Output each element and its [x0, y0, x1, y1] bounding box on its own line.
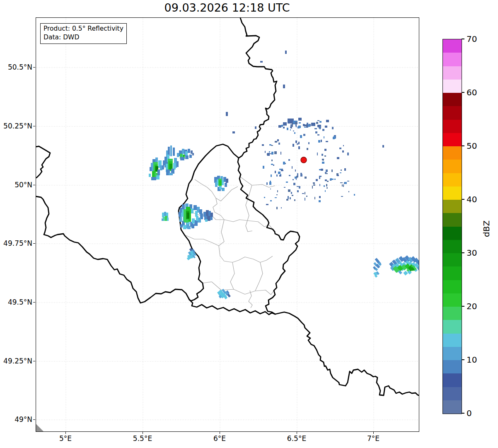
- colorbar-band: [443, 93, 462, 106]
- colorbar-band: [443, 307, 462, 320]
- radar-echo-cell: [278, 125, 281, 128]
- y-tick-mark: [33, 126, 35, 126]
- colorbar-tick-mark: [462, 39, 464, 39]
- clutter-speckle: [264, 197, 265, 198]
- clutter-speckle: [274, 151, 277, 154]
- colorbar-band: [443, 120, 462, 133]
- clutter-speckle: [300, 135, 302, 138]
- clutter-speckle: [292, 124, 293, 127]
- radar-figure: 09.03.2026 12:18 UTC Product: 0.5° Refle…: [0, 0, 498, 448]
- colorbar-tick-mark: [462, 359, 464, 360]
- clutter-speckle: [286, 182, 288, 183]
- clutter-speckle: [316, 179, 318, 181]
- clutter-speckle: [271, 152, 273, 155]
- clutter-speckle: [277, 139, 279, 141]
- clutter-speckle: [283, 162, 285, 165]
- colorbar-band: [443, 334, 462, 347]
- colorbar-band: [443, 347, 462, 360]
- radar-echo-cell: [189, 155, 192, 158]
- country-border: [239, 18, 277, 158]
- product-info-line1: Product: 0.5° Reflectivity: [44, 24, 123, 33]
- admin-border: [213, 198, 224, 220]
- y-tick-mark: [33, 67, 35, 68]
- clutter-speckle: [322, 129, 324, 131]
- radar-echo-cell: [181, 213, 183, 217]
- country-border: [275, 312, 419, 395]
- colorbar-band: [443, 186, 462, 200]
- clutter-speckle: [319, 196, 321, 198]
- radar-echo-cell: [164, 212, 166, 216]
- colorbar-band: [443, 173, 462, 186]
- radar-echo-cell: [192, 153, 194, 155]
- colorbar: [442, 39, 462, 414]
- radar-echo-cell: [223, 177, 226, 182]
- radar-echo-cell: [206, 210, 209, 216]
- radar-echo-cell: [210, 213, 213, 217]
- radar-echo-cell: [180, 224, 183, 228]
- clutter-speckle: [270, 200, 272, 201]
- clutter-speckle: [314, 197, 315, 199]
- clutter-speckle: [316, 122, 318, 124]
- clutter-speckle: [298, 126, 301, 128]
- country-border: [238, 158, 300, 314]
- radar-site-marker: [301, 157, 307, 163]
- radar-echo-cell: [162, 218, 163, 221]
- radar-echo-cell: [176, 161, 179, 167]
- clutter-speckle: [321, 169, 323, 171]
- clutter-speckle: [342, 150, 344, 153]
- colorbar-band: [443, 133, 462, 146]
- radar-echo-cell: [283, 85, 285, 88]
- colorbar-band: [443, 227, 462, 240]
- country-border: [36, 146, 50, 178]
- colorbar-tick-label: 50: [467, 141, 477, 151]
- y-tick-label: 49°N: [15, 415, 32, 424]
- colorbar-band: [443, 200, 462, 213]
- clutter-speckle: [306, 196, 307, 197]
- radar-echo-cell: [191, 208, 193, 213]
- admin-border: [219, 220, 239, 262]
- radar-echo-cell: [191, 224, 194, 228]
- clutter-speckle: [300, 173, 302, 175]
- clutter-speckle: [334, 179, 336, 180]
- clutter-speckle: [276, 194, 278, 195]
- radar-echo-cell: [173, 148, 175, 156]
- radar-echo-cell: [157, 170, 160, 175]
- colorbar-band: [443, 160, 462, 173]
- y-tick-mark: [33, 302, 35, 303]
- clutter-speckle: [284, 187, 285, 188]
- colorbar-tick-label: 60: [467, 87, 477, 97]
- y-tick-label: 49.25°N: [3, 357, 32, 365]
- radar-echo-cell: [403, 271, 408, 275]
- radar-echo-cell: [173, 163, 176, 170]
- clutter-speckle: [297, 173, 298, 176]
- clutter-speckle: [280, 152, 281, 155]
- clutter-speckle: [290, 127, 292, 128]
- clutter-speckle: [269, 182, 271, 185]
- clutter-speckle: [278, 143, 280, 145]
- y-tick-mark: [33, 361, 35, 361]
- colorbar-band: [443, 320, 462, 333]
- radar-echo-cell: [255, 126, 256, 129]
- clutter-speckle: [294, 199, 295, 201]
- clutter-speckle: [322, 154, 323, 156]
- clutter-speckle: [305, 198, 305, 201]
- clutter-speckle: [305, 192, 305, 194]
- colorbar-band: [443, 360, 462, 373]
- colorbar-tick-label: 10: [467, 355, 477, 365]
- radar-echo-cell: [195, 211, 198, 217]
- radar-echo-cell: [285, 51, 287, 54]
- timestamp-title: 09.03.2026 12:18 UTC: [36, 1, 418, 15]
- clutter-speckle: [318, 140, 320, 143]
- clutter-speckle: [291, 192, 292, 194]
- clutter-speckle: [288, 189, 290, 192]
- clutter-speckle: [317, 120, 319, 121]
- clutter-speckle: [341, 170, 342, 171]
- radar-echo-cell: [207, 216, 210, 221]
- colorbar-tick-label: 70: [467, 34, 477, 44]
- clutter-speckle: [270, 189, 271, 189]
- clutter-speckle: [340, 182, 343, 183]
- clutter-speckle: [348, 154, 349, 155]
- colorbar-band: [443, 293, 462, 307]
- radar-echo-cell: [187, 213, 189, 218]
- clutter-speckle: [266, 204, 268, 205]
